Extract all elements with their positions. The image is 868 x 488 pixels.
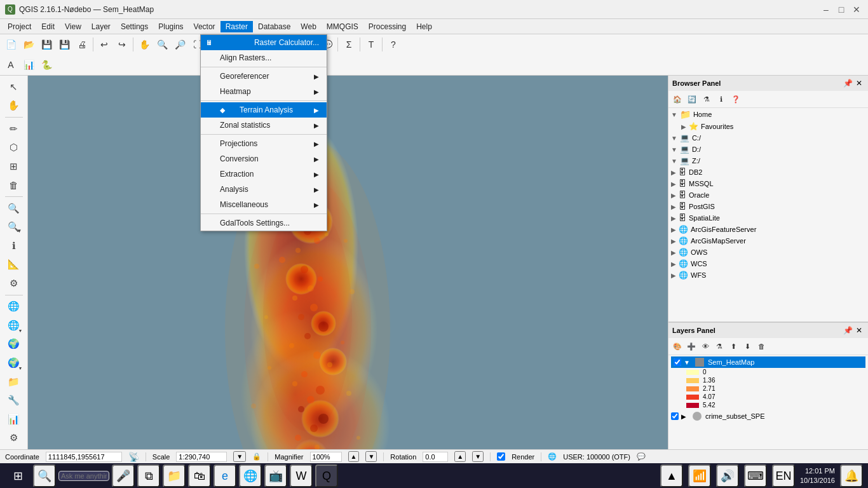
media-taskbar-button[interactable]: 📺 <box>264 464 287 487</box>
magnifier-input[interactable] <box>310 452 342 462</box>
browser-pin-button[interactable]: 📌 <box>843 78 853 88</box>
magnifier-up-button[interactable]: ▲ <box>348 451 360 462</box>
miscellaneous-item[interactable]: Miscellaneous ▶ <box>201 197 327 212</box>
gdal-settings-item[interactable]: GdalTools Settings... <box>201 215 327 231</box>
zoom-in-map-button[interactable]: 🔍 <box>4 200 24 217</box>
voice-button[interactable]: 🎤 <box>112 464 135 487</box>
browser-info-button[interactable]: ℹ <box>715 93 728 105</box>
browser-tree[interactable]: ▼ 📁 Home ▶ ⭐ Favourites ▼ 💻 C:/ ▼ 💻 <box>668 108 868 322</box>
store-taskbar-button[interactable]: 🛍 <box>188 464 211 487</box>
maximize-button[interactable]: □ <box>835 3 848 16</box>
browser-item-spatialite[interactable]: ▶ 🗄 SpatiaLite <box>668 212 868 224</box>
browser-filter-button[interactable]: ⚗ <box>700 93 713 105</box>
browser-item-favourites[interactable]: ▶ ⭐ Favourites <box>668 121 868 132</box>
browser-home-button[interactable]: 🏠 <box>671 93 684 105</box>
wms-button[interactable]: 🌐▼ <box>4 316 24 334</box>
projections-item[interactable]: Projections ▶ <box>201 136 327 151</box>
zoom-out-map-button[interactable]: 🔍▼ <box>4 219 24 236</box>
browser-item-oracle[interactable]: ▶ 🗄 Oracle <box>668 189 868 201</box>
osm-button[interactable]: 🌐 <box>4 298 24 316</box>
layer-add-button[interactable]: ➕ <box>685 340 698 353</box>
settings2-button[interactable]: ⚙ <box>4 429 24 447</box>
file-explorer-taskbar-button[interactable]: 📁 <box>163 464 186 487</box>
notifications-button[interactable]: 🔔 <box>840 464 863 487</box>
sum-button[interactable]: Σ <box>341 36 357 53</box>
csv-button[interactable]: 📊 <box>20 57 37 73</box>
word-taskbar-button[interactable]: W <box>290 464 313 487</box>
search-icon[interactable]: 🔍 <box>33 464 56 487</box>
menu-plugins[interactable]: Plugins <box>153 21 188 32</box>
edit-button[interactable]: ✏ <box>4 120 24 138</box>
rotation-down-button[interactable]: ▼ <box>472 451 484 462</box>
rotation-input[interactable] <box>423 452 448 462</box>
undo-button[interactable]: ↩ <box>96 36 112 53</box>
sem-heatmap-layer[interactable]: ▼ Sem_HeatMap <box>671 356 865 368</box>
crime-expand-icon[interactable]: ▶ <box>681 413 690 420</box>
layer-remove-button[interactable]: 🗑 <box>755 340 768 353</box>
globe2-button[interactable]: 🌍▼ <box>4 354 24 372</box>
network-button[interactable]: 📶 <box>688 464 711 487</box>
minimize-button[interactable]: – <box>820 3 832 16</box>
menu-project[interactable]: Project <box>3 21 36 32</box>
chrome-taskbar-button[interactable]: 🌐 <box>239 464 262 487</box>
menu-processing[interactable]: Processing <box>363 21 411 32</box>
python-button[interactable]: 🐍 <box>38 57 55 73</box>
taskbar-search-input[interactable] <box>58 471 109 481</box>
scale-dropdown-button[interactable]: ▼ <box>233 451 246 462</box>
menu-help[interactable]: Help <box>411 21 437 32</box>
zonal-statistics-item[interactable]: Zonal statistics ▶ <box>201 118 327 133</box>
crime-layer[interactable]: ▶ crime_subset_SPE <box>668 410 868 422</box>
chart-button[interactable]: 📊 <box>4 410 24 428</box>
browser-item-home[interactable]: ▼ 📁 Home <box>668 108 868 121</box>
menu-mmqgis[interactable]: MMQGIS <box>322 21 363 32</box>
crime-visibility-checkbox[interactable] <box>671 412 679 420</box>
pan-tool-button[interactable]: ✋ <box>4 97 24 115</box>
menu-layer[interactable]: Layer <box>86 21 116 32</box>
start-button[interactable]: ⊞ <box>5 463 31 488</box>
menu-vector[interactable]: Vector <box>189 21 220 32</box>
browser-item-wfs[interactable]: ▶ 🌐 WFS <box>668 269 868 281</box>
delete-button[interactable]: 🗑 <box>4 177 24 194</box>
menu-raster[interactable]: Raster <box>220 21 253 32</box>
lang-button[interactable]: EN <box>772 464 795 487</box>
layers-close-button[interactable]: ✕ <box>854 325 864 336</box>
browser-item-c[interactable]: ▼ 💻 C:/ <box>668 132 868 144</box>
layer-vis-button[interactable]: 👁 <box>699 340 712 353</box>
browser-item-postgis[interactable]: ▶ 🗄 PostGIS <box>668 201 868 212</box>
browser-item-wcs[interactable]: ▶ 🌐 WCS <box>668 258 868 269</box>
layer-style-button[interactable]: 🎨 <box>671 340 684 353</box>
folder-button[interactable]: 📁 <box>4 373 24 391</box>
layer-up-button[interactable]: ⬆ <box>727 340 740 353</box>
menu-web[interactable]: Web <box>295 21 321 32</box>
menu-database[interactable]: Database <box>253 21 295 32</box>
browser-item-arcmap[interactable]: ▶ 🌐 ArcGisMapServer <box>668 235 868 247</box>
redo-button[interactable]: ↪ <box>114 36 130 53</box>
save-as-button[interactable]: 💾 <box>56 36 72 53</box>
extraction-item[interactable]: Extraction ▶ <box>201 166 327 182</box>
analysis-item[interactable]: Analysis ▶ <box>201 182 327 197</box>
identify-map-button[interactable]: ℹ <box>4 237 24 255</box>
scale-input[interactable] <box>176 452 227 462</box>
node-tool-button[interactable]: ⬡ <box>4 139 24 157</box>
label-tool-button[interactable]: A <box>3 57 19 73</box>
task-view-button[interactable]: ⧉ <box>137 464 160 487</box>
browser-item-mssql[interactable]: ▶ 🗄 MSSQL <box>668 178 868 189</box>
save-button[interactable]: 💾 <box>38 36 55 53</box>
heatmap-visibility-checkbox[interactable] <box>674 358 681 366</box>
volume-button[interactable]: 🔊 <box>716 464 739 487</box>
menu-settings[interactable]: Settings <box>116 21 153 32</box>
qgis-taskbar-button[interactable]: Q <box>315 464 338 487</box>
browser-refresh-button[interactable]: 🔄 <box>686 93 698 105</box>
georeferencer-item[interactable]: Georeferencer ▶ <box>201 76 327 84</box>
digitize-button[interactable]: ⊞ <box>4 158 24 175</box>
help-button[interactable]: ? <box>385 36 402 53</box>
text-button[interactable]: T <box>363 36 379 53</box>
menu-view[interactable]: View <box>60 21 86 32</box>
pan-map-button[interactable]: ✋ <box>136 36 153 53</box>
print-button[interactable]: 🖨 <box>74 36 90 53</box>
layer-props-button[interactable]: ⚙ <box>4 274 24 292</box>
browser-item-z[interactable]: ▼ 💻 Z:/ <box>668 155 868 166</box>
zoom-in-button[interactable]: 🔍 <box>154 36 170 53</box>
plugin-button[interactable]: 🔧 <box>4 391 24 409</box>
browser-item-d[interactable]: ▼ 💻 D:/ <box>668 144 868 155</box>
